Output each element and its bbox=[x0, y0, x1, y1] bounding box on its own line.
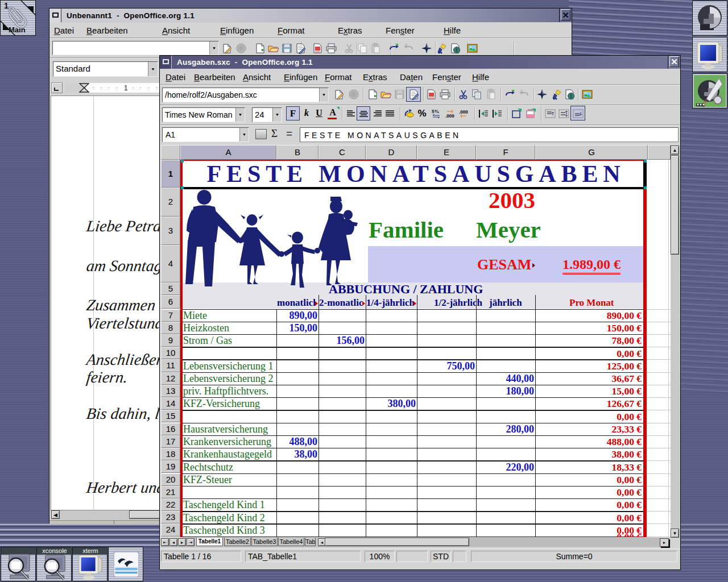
svg-text:.000: .000 bbox=[459, 109, 468, 115]
svg-text:.000: .000 bbox=[445, 113, 454, 119]
svg-text:$%: $% bbox=[432, 109, 440, 114]
